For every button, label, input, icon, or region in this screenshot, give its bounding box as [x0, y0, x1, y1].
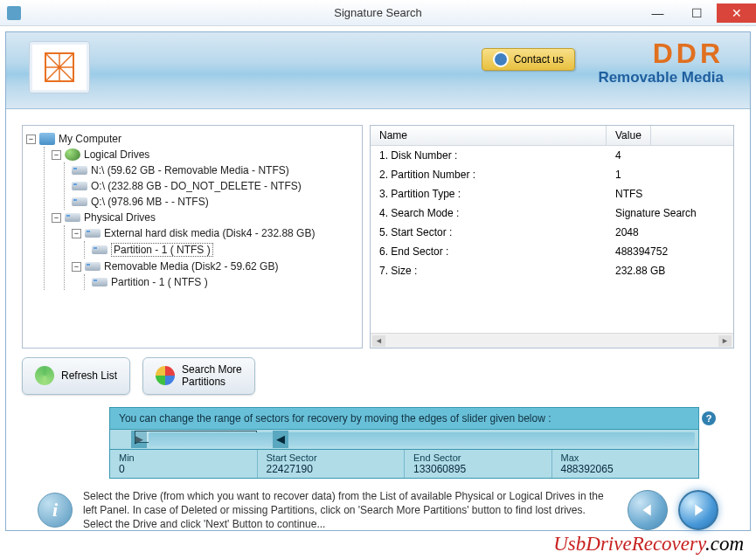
tree-drive-item[interactable]: Q:\ (978.96 MB - - NTFS) [72, 194, 358, 210]
tree-collapse-icon[interactable]: − [52, 213, 61, 223]
tree-drive-item[interactable]: O:\ (232.88 GB - DO_NOT_DELETE - NTFS) [72, 178, 358, 194]
sector-slider[interactable]: ▶ ◀ [109, 429, 699, 450]
slider-handle-right-icon[interactable]: ◀ [273, 431, 288, 448]
refresh-icon [35, 366, 54, 385]
tree-collapse-icon[interactable]: − [72, 262, 81, 272]
property-row: 5. Start Sector :2048 [371, 223, 733, 242]
search-more-partitions-button[interactable]: Search More Partitions [142, 357, 255, 395]
help-icon[interactable]: ? [702, 411, 716, 425]
titlebar: Signature Search — ☐ ✕ [0, 0, 756, 26]
drive-icon [85, 229, 101, 238]
info-icon: i [38, 493, 73, 528]
tree-root[interactable]: My Computer [59, 133, 121, 145]
tree-disk-item[interactable]: − External hard disk media (Disk4 - 232.… [72, 225, 358, 241]
sector-max: Max488392065 [552, 450, 699, 478]
footer-hint-text: Select the Drive (from which you want to… [83, 489, 617, 532]
property-row: 1. Disk Number :4 [371, 146, 733, 165]
main-frame: Contact us DDR Removable Media − My Comp… [5, 31, 751, 531]
tree-logical-drives[interactable]: Logical Drives [84, 148, 149, 161]
tree-physical-drives[interactable]: Physical Drives [84, 211, 156, 224]
sector-start: Start Sector22427190 [258, 450, 406, 478]
refresh-list-button[interactable]: Refresh List [22, 357, 130, 395]
property-row: 6. End Sector :488394752 [371, 242, 733, 261]
person-icon [493, 52, 509, 67]
banner: Contact us DDR Removable Media [6, 32, 750, 109]
back-button[interactable] [628, 490, 668, 530]
tree-partition-item[interactable]: Partition - 1 ( NTFS ) [92, 274, 358, 290]
horizontal-scrollbar[interactable]: ◄ ► [371, 333, 733, 348]
brand: DDR Removable Media [598, 39, 724, 86]
tree-partition-item[interactable]: Partition - 1 ( NTFS ) [92, 241, 358, 259]
drive-icon [72, 166, 87, 175]
refresh-label: Refresh List [61, 369, 117, 382]
col-header-value[interactable]: Value [607, 126, 651, 145]
next-button[interactable] [678, 490, 718, 530]
tree-collapse-icon[interactable]: − [26, 135, 36, 144]
sector-hint-text: You can change the range of sectors for … [119, 412, 551, 424]
tree-disk-item[interactable]: − Removable Media (Disk2 - 59.62 GB) [72, 259, 358, 274]
computer-icon [39, 133, 55, 145]
tree-collapse-icon[interactable]: − [72, 229, 81, 238]
app-icon [7, 6, 21, 20]
scroll-left-icon[interactable]: ◄ [372, 335, 385, 347]
drive-tree[interactable]: − My Computer − Logical Drives N:\ (59.6… [22, 125, 363, 349]
sector-range-panel: You can change the range of sectors for … [109, 407, 699, 479]
app-logo [29, 41, 90, 93]
tree-drive-item[interactable]: N:\ (59.62 GB - Removable Media - NTFS) [72, 162, 358, 178]
globe-icon [65, 148, 80, 161]
scroll-right-icon[interactable]: ► [718, 335, 732, 347]
sector-min: Min0 [110, 450, 258, 478]
window-title: Signature Search [334, 6, 421, 19]
property-grid: Name Value 1. Disk Number :4 2. Partitio… [370, 125, 734, 349]
contact-label: Contact us [514, 53, 564, 66]
search-more-label: Search More Partitions [182, 363, 242, 389]
slider-track[interactable] [149, 432, 695, 446]
drive-icon [65, 213, 80, 222]
drive-icon [72, 182, 87, 190]
property-row: 7. Size :232.88 GB [371, 261, 733, 280]
property-row: 3. Partition Type :NTFS [371, 184, 733, 204]
drive-icon [92, 278, 108, 286]
drive-icon [72, 197, 87, 206]
tree-collapse-icon[interactable]: − [52, 150, 61, 160]
property-row: 4. Search Mode :Signature Search [371, 204, 733, 223]
minimize-button[interactable]: — [638, 3, 677, 23]
contact-us-button[interactable]: Contact us [482, 48, 575, 71]
drive-icon [92, 245, 108, 254]
brand-subtitle: Removable Media [598, 69, 724, 86]
close-button[interactable]: ✕ [717, 3, 756, 23]
pie-chart-icon [156, 366, 175, 385]
property-row: 2. Partition Number :1 [371, 165, 733, 184]
drive-icon [85, 262, 101, 271]
sector-end: End Sector133060895 [405, 450, 552, 478]
brand-title: DDR [598, 39, 724, 67]
watermark: UsbDriveRecovery.com [553, 533, 744, 556]
col-header-name[interactable]: Name [371, 126, 607, 145]
maximize-button[interactable]: ☐ [677, 3, 717, 23]
